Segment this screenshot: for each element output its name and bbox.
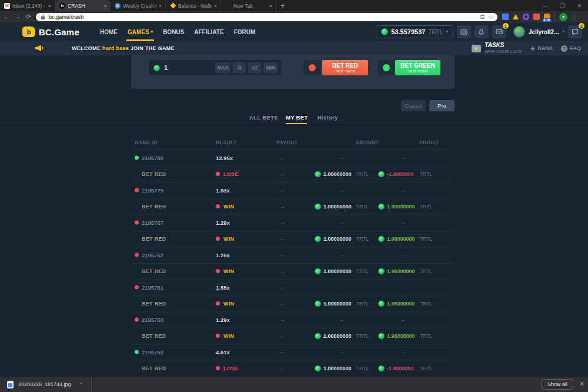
nav-label: BONUS — [163, 29, 184, 35]
address-bar[interactable]: bc.game/crash ⊡ ☆ — [36, 13, 497, 21]
bet-x2-button[interactable]: x2 — [248, 62, 261, 73]
bet-amount-input[interactable]: 1 MAX/2x2MIN — [149, 60, 281, 75]
chrome-profile-avatar[interactable]: s — [559, 13, 567, 21]
minimize-button[interactable]: — — [537, 0, 554, 11]
status-text: LOSE — [223, 171, 239, 177]
tab-all-bets[interactable]: ALL BETS — [249, 114, 278, 121]
notifications-button[interactable] — [475, 25, 489, 38]
profit-currency: TRTL — [420, 236, 432, 242]
chat-button[interactable]: 2 — [568, 25, 582, 38]
amount-value: 1.00000000 — [323, 236, 354, 242]
maximize-button[interactable]: ❐ — [554, 0, 571, 11]
tab-close-icon[interactable]: × — [104, 3, 107, 9]
balance-currency: TRTL — [428, 29, 443, 35]
empty-value: – — [281, 268, 284, 274]
amount-cell: 1.00000000TRTL — [315, 333, 369, 339]
empty-value: – — [281, 284, 284, 291]
messages-button[interactable]: 1 — [492, 25, 506, 38]
chevron-up-icon[interactable]: ⌃ — [79, 382, 83, 387]
coin-icon — [315, 365, 321, 371]
game-id: 2195780 — [142, 155, 163, 161]
bet-green-sub: next round — [408, 69, 427, 74]
game-row[interactable]: 21957594.61x––– — [131, 344, 455, 360]
new-tab-button[interactable]: + — [276, 0, 289, 11]
extension-icon[interactable] — [533, 14, 540, 20]
nav-item-forum[interactable]: FORUM — [234, 22, 256, 41]
bet-panel: 1 MAX/2x2MIN BET RED next round BET GREE… — [131, 55, 455, 89]
bet-max-button[interactable]: MAX — [215, 62, 231, 73]
bet-min-button[interactable]: MIN — [263, 62, 278, 73]
game-row[interactable]: 21957611.55x––– — [131, 279, 455, 295]
show-all-button[interactable]: Show all — [542, 379, 573, 390]
rank-link[interactable]: ★ RANK — [530, 45, 553, 52]
browser-tab[interactable]: bCRASH× — [55, 0, 111, 11]
profit-value: 1.96000000 — [387, 268, 417, 274]
send-icon[interactable]: ⊡ — [480, 14, 485, 20]
game-row[interactable]: 21957621.25x––– — [131, 247, 455, 263]
game-row[interactable]: 21957671.29x––– — [131, 214, 455, 231]
tab-history[interactable]: History — [318, 114, 338, 121]
browser-tab[interactable]: Balance - Wallet - Binance× — [166, 0, 221, 11]
nav-item-home[interactable]: HOME — [100, 22, 118, 41]
download-item[interactable]: 20200228_181744.jpg ⌃ — [7, 381, 83, 388]
user-avatar[interactable] — [513, 26, 525, 38]
tab-close-icon[interactable]: × — [269, 3, 272, 9]
tab-my-bet[interactable]: MY BET — [286, 114, 308, 121]
bet-row: BET REDWIN–1.00000000TRTL1.96000000TRTL — [131, 231, 455, 247]
chest-icon — [472, 45, 481, 52]
table-header: GAME IDRESULTPAYOUTAMOUNTPROFIT — [131, 137, 455, 150]
red-result-dot-icon — [135, 221, 139, 225]
red-bet-dot-icon — [216, 334, 220, 338]
classic-mode-button[interactable]: Classic — [401, 100, 426, 111]
extension-ring-icon[interactable] — [523, 14, 529, 20]
back-icon[interactable]: ← — [4, 14, 10, 20]
tab-close-icon[interactable]: × — [159, 3, 162, 9]
faq-link[interactable]: ? FAQ — [561, 45, 581, 52]
chrome-menu-icon[interactable]: ⋮ — [572, 14, 577, 20]
balance-dropdown[interactable]: 53.5579537 TRTL ▾ — [376, 25, 453, 38]
nav-item-games[interactable]: GAMES▾ — [128, 22, 153, 41]
bcgame-logo[interactable]: b BC.Game — [22, 26, 79, 37]
game-row[interactable]: 21957791.03x––– — [131, 182, 455, 198]
chevron-down-icon: ▾ — [562, 29, 564, 34]
bet-red-button[interactable]: BET RED next round — [322, 60, 368, 75]
forward-icon[interactable]: → — [15, 14, 21, 20]
url-text: bc.game/crash — [49, 14, 476, 20]
ticker-extension-icon[interactable]: 8.7K — [544, 14, 550, 20]
column-header: GAME ID — [135, 139, 158, 145]
column-header: PROFIT — [419, 139, 439, 145]
tab-close-icon[interactable]: × — [214, 3, 217, 9]
reload-icon[interactable]: ⟳ — [26, 14, 31, 20]
browser-tab[interactable]: bWeekly Crash Challenge - Red R× — [111, 0, 166, 11]
bet-div2-button[interactable]: /2 — [233, 62, 246, 73]
vault-button[interactable] — [457, 25, 471, 38]
bet-green-button[interactable]: BET GREEN next round — [395, 60, 440, 75]
browser-tab[interactable]: New Tab× — [221, 0, 276, 11]
binance-favicon-icon — [170, 3, 176, 9]
tasks-link[interactable]: TASKS SPIN YOUR LUCK — [472, 42, 522, 54]
browser-tab[interactable]: MInbox (2,243) - skyjones84@gma× — [0, 0, 55, 11]
game-row[interactable]: 21957601.29x––– — [131, 311, 455, 328]
bet-type-label: BET RED — [142, 268, 166, 274]
game-row[interactable]: 219578012.95x––– — [131, 150, 455, 166]
close-shelf-icon[interactable]: ✕ — [579, 380, 584, 388]
extension-icon[interactable] — [502, 14, 509, 20]
divider — [91, 377, 92, 392]
username[interactable]: Jellyroll2... — [529, 29, 559, 35]
nav-item-bonus[interactable]: BONUS — [163, 22, 184, 41]
bookmark-star-icon[interactable]: ☆ — [488, 14, 493, 20]
bet-row: BET REDLOSE–1.00000000TRTL-1.0000000TRTL — [131, 166, 455, 182]
tab-close-icon[interactable]: × — [48, 3, 51, 9]
pro-mode-button[interactable]: Pro — [429, 100, 455, 111]
amount-currency: TRTL — [356, 333, 369, 339]
coin-icon — [378, 268, 385, 274]
empty-value: – — [281, 203, 284, 210]
drive-extension-icon[interactable] — [513, 14, 519, 19]
nav-item-affiliate[interactable]: AFFILIATE — [194, 22, 223, 41]
bets-tabs: ALL BETS MY BET History — [0, 114, 588, 125]
extensions-area: 8.7K s ⋮ — [502, 13, 577, 21]
result-multiplier: 1.29x — [216, 317, 230, 323]
bet-type-label: BET RED — [142, 366, 166, 371]
close-window-button[interactable]: ✕ — [571, 0, 588, 11]
amount-cell: 1.00000000TRTL — [315, 235, 369, 242]
